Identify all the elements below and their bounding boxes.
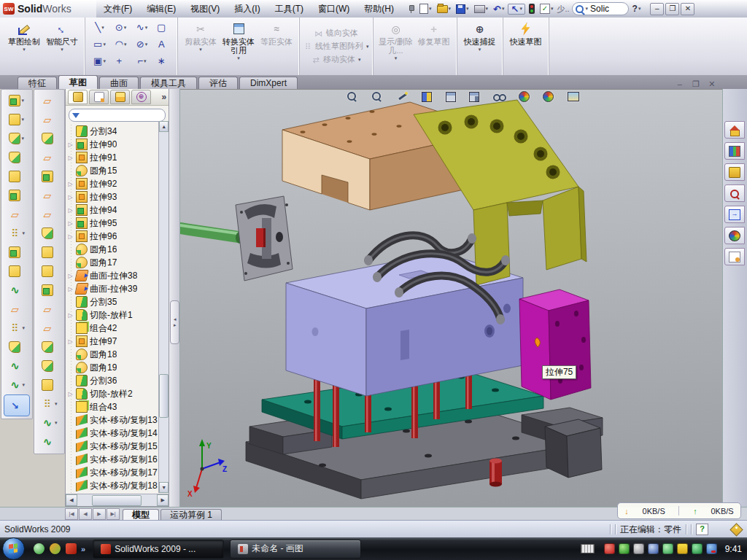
command-tab[interactable]: DimXpert xyxy=(239,77,298,89)
tree-filter-input[interactable] xyxy=(69,109,166,122)
new-file-button[interactable]: ▾ xyxy=(418,3,433,15)
search-pane-icon[interactable] xyxy=(724,184,745,202)
arc-tool[interactable]: ◠▾ xyxy=(110,39,131,50)
pin-menu-button[interactable] xyxy=(406,4,416,14)
tree-item[interactable]: ▷ 实体-移动/复制16 xyxy=(67,453,169,466)
help-button[interactable]: ?▾ xyxy=(631,3,643,15)
linear-sketch-pattern-button[interactable]: ⠿线性草图阵列▾ xyxy=(303,41,369,52)
cert-badge-icon[interactable] xyxy=(633,543,644,554)
expand-arrow-icon[interactable]: ▷ xyxy=(67,207,74,214)
command-tab[interactable]: 曲面 xyxy=(99,77,139,89)
warning-icon[interactable] xyxy=(677,543,688,554)
part-insert-block[interactable] xyxy=(519,289,591,400)
save-button[interactable]: ▾ xyxy=(454,4,471,15)
sketch-draw-button[interactable]: 草图绘制▾ xyxy=(5,19,43,74)
messenger-icon[interactable] xyxy=(34,543,44,554)
expand-arrow-icon[interactable]: ▷ xyxy=(67,155,74,161)
menu-item[interactable]: 编辑(E) xyxy=(139,3,183,15)
search-dropdown-icon[interactable]: ▾ xyxy=(586,6,589,12)
start-button[interactable] xyxy=(2,537,25,560)
command-tab[interactable]: 评估 xyxy=(198,77,238,89)
file-explorer-icon[interactable] xyxy=(724,163,745,181)
part-stop-block[interactable] xyxy=(545,419,602,478)
wireless-icon[interactable] xyxy=(662,543,673,554)
knit-surface-button[interactable]: ▾ xyxy=(34,167,63,186)
tree-item[interactable]: ▷ 分割35 xyxy=(67,295,169,308)
tree-item[interactable]: ▷ 实体-移动/复制13 xyxy=(67,413,169,427)
rib-button[interactable]: ▾ xyxy=(2,205,31,224)
tree-item[interactable]: ▷ 分割36 xyxy=(67,374,169,387)
document-tab[interactable]: 模型 xyxy=(123,509,159,521)
scroll-down-icon[interactable]: ▼ xyxy=(159,482,169,493)
hide-show-items-icon[interactable]: ▾ xyxy=(493,91,509,102)
ruled-surface-button[interactable]: ▾ xyxy=(34,110,63,129)
last-tab-button[interactable]: ▶| xyxy=(107,508,120,520)
view-settings-icon[interactable]: ▾ xyxy=(568,92,584,101)
extruded-cut-button[interactable]: ▾ xyxy=(2,110,31,129)
draft-button[interactable]: ▾ xyxy=(2,186,31,205)
tree-item[interactable]: ▷ 拉伸91 xyxy=(67,151,169,164)
scale-button[interactable]: ▾ xyxy=(34,432,63,451)
task-button[interactable]: SolidWorks 2009 - ... xyxy=(93,540,224,559)
linear-pattern-button[interactable]: ▾ xyxy=(2,224,31,243)
quick-launch-overflow[interactable]: » xyxy=(81,545,85,553)
menu-item[interactable]: 文件(F) xyxy=(96,3,139,15)
tree-item[interactable]: ▷ 圆角19 xyxy=(67,361,169,374)
edit-appearance-icon[interactable]: ▾ xyxy=(519,91,534,102)
input-method-keyboard-icon[interactable] xyxy=(581,544,595,553)
tree-horizontal-scrollbar[interactable]: ◀ ▶ xyxy=(66,494,169,506)
parting-surface-button[interactable]: ▾ xyxy=(34,319,63,338)
task-button[interactable]: 未命名 - 画图 xyxy=(230,540,361,559)
scroll-up-icon[interactable]: ▲ xyxy=(159,121,169,132)
extruded-boss-button[interactable]: ▾ xyxy=(2,91,31,110)
rebuild-button[interactable] xyxy=(527,3,536,15)
shield-icon[interactable] xyxy=(619,543,630,554)
menu-item[interactable]: 插入(I) xyxy=(227,3,267,15)
desktop-icon[interactable] xyxy=(50,543,61,554)
menu-item[interactable]: 窗口(W) xyxy=(311,3,357,15)
keep-body-button[interactable]: ▾ xyxy=(2,338,31,357)
tree-item[interactable]: ▷ 圆角17 xyxy=(67,256,169,269)
panel-splitter[interactable]: ◂▸ xyxy=(169,89,180,507)
tree-item[interactable]: ▷ 拉伸97 xyxy=(67,335,169,348)
parting-line-button[interactable]: ▾ xyxy=(34,281,63,300)
view-orientation-icon[interactable]: ▾ xyxy=(446,92,460,102)
tab-property-manager[interactable] xyxy=(89,90,109,104)
text-tool[interactable]: A▾ xyxy=(152,39,174,50)
first-tab-button[interactable]: |◀ xyxy=(65,508,78,520)
tree-item[interactable]: ▷ 拉伸94 xyxy=(67,203,169,217)
tree-item[interactable]: ▷ 圆角18 xyxy=(67,348,169,361)
network-speed-widget[interactable]: ↓ 0KB/S ↑ 0KB/S xyxy=(617,502,741,519)
tree-item[interactable]: ▷ 拉伸95 xyxy=(67,217,169,230)
section-view-icon[interactable]: ▾ xyxy=(422,92,436,102)
command-tab[interactable]: 特征 xyxy=(18,77,57,89)
restore-button[interactable]: ❐ xyxy=(665,3,679,15)
tree-item[interactable]: ▷ 曲面-拉伸38 xyxy=(67,269,169,282)
tree-item[interactable]: ▷ 实体-移动/复制15 xyxy=(67,440,169,453)
minimize-button[interactable]: – xyxy=(650,3,664,15)
solidworks-ql-icon[interactable] xyxy=(66,543,77,554)
circle-tool[interactable]: ⊙▾ xyxy=(110,23,131,33)
sync-blocked-icon[interactable] xyxy=(706,543,717,554)
expand-arrow-icon[interactable]: ▷ xyxy=(67,233,74,240)
point-tool[interactable]: ∗▾ xyxy=(152,56,174,66)
command-tab[interactable]: 草图 xyxy=(58,75,98,89)
trim-surface-button[interactable]: ▾ xyxy=(34,224,63,243)
ellipse-tool[interactable]: ⊘▾ xyxy=(131,39,152,50)
offset-entities-button[interactable]: ≈ 等距实体▾ xyxy=(258,19,295,74)
tag-icon[interactable] xyxy=(729,523,743,536)
tab-dimxpert-manager[interactable]: ⊕ xyxy=(131,90,151,104)
curve-button[interactable]: ▾ xyxy=(2,357,31,376)
magic-wand-icon[interactable]: ▾ xyxy=(397,91,413,102)
clock[interactable]: 9:41 xyxy=(725,544,742,554)
chamfer-button[interactable]: ▾ xyxy=(2,148,31,167)
antivirus-icon[interactable] xyxy=(604,543,615,554)
rectangle-tool[interactable]: ▭▾ xyxy=(89,39,110,50)
tree-item[interactable]: ▷ 圆角16 xyxy=(67,243,169,256)
radiate-surface-button[interactable]: ▾ xyxy=(34,148,63,167)
tab-configuration-manager[interactable] xyxy=(110,90,130,104)
delete-face-button[interactable]: ▾ xyxy=(34,394,63,413)
doc-restore-button[interactable]: ❐ xyxy=(690,79,702,89)
expand-arrow-icon[interactable]: ▷ xyxy=(67,141,74,148)
spline-tool[interactable]: ∿▾ xyxy=(131,23,152,33)
